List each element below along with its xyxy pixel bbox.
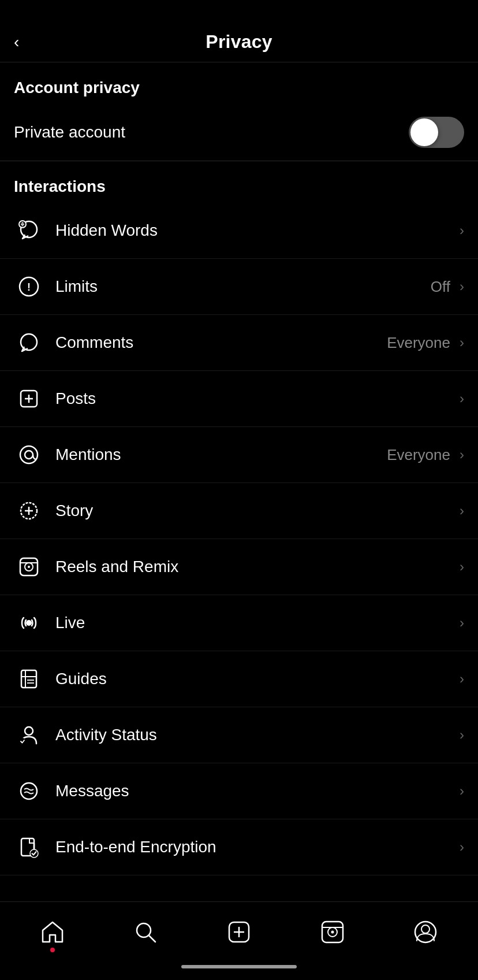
- comments-value: Everyone: [387, 334, 450, 352]
- e2e-encryption-chevron: ›: [460, 839, 464, 855]
- hidden-words-icon: [14, 216, 44, 246]
- private-account-toggle[interactable]: [409, 117, 464, 148]
- guides-chevron: ›: [460, 671, 464, 687]
- limits-chevron: ›: [460, 279, 464, 295]
- nav-search[interactable]: [99, 919, 193, 945]
- limits-icon: !: [14, 272, 44, 302]
- bottom-navigation: [0, 901, 478, 959]
- guides-label: Guides: [55, 670, 456, 688]
- svg-point-18: [28, 566, 30, 568]
- home-indicator-bar: [181, 965, 297, 968]
- limits-value: Off: [431, 278, 450, 296]
- story-chevron: ›: [460, 503, 464, 519]
- home-notification-dot: [50, 948, 55, 952]
- reels-remix-label: Reels and Remix: [55, 558, 456, 576]
- svg-line-32: [149, 936, 155, 942]
- comments-row[interactable]: Comments Everyone ›: [0, 315, 478, 371]
- activity-status-icon: [14, 720, 44, 750]
- toggle-knob: [410, 118, 438, 146]
- svg-rect-21: [21, 670, 36, 688]
- svg-point-20: [26, 620, 32, 626]
- private-account-row: Private account: [0, 104, 478, 161]
- encryption-icon: [14, 832, 44, 862]
- nav-home[interactable]: [6, 919, 99, 945]
- reels-remix-row[interactable]: Reels and Remix ›: [0, 539, 478, 595]
- activity-status-chevron: ›: [460, 727, 464, 743]
- interactions-label: Interactions: [0, 161, 478, 203]
- svg-point-27: [19, 738, 26, 745]
- page-title: Privacy: [206, 31, 272, 53]
- e2e-encryption-label: End-to-end Encryption: [55, 838, 456, 856]
- svg-point-38: [331, 930, 334, 933]
- svg-point-41: [421, 925, 430, 933]
- mentions-row[interactable]: Mentions Everyone ›: [0, 427, 478, 483]
- reels-remix-chevron: ›: [460, 559, 464, 575]
- hidden-words-chevron: ›: [460, 222, 464, 239]
- home-indicator: [0, 959, 478, 980]
- hidden-words-label: Hidden Words: [55, 221, 456, 240]
- comments-icon: [14, 328, 44, 358]
- svg-point-28: [21, 783, 37, 799]
- account-privacy-section: Account privacy Private account: [0, 62, 478, 161]
- story-label: Story: [55, 502, 456, 520]
- interactions-section: Interactions Hidden Words › ! Limi: [0, 161, 478, 875]
- live-label: Live: [55, 614, 456, 632]
- activity-status-label: Activity Status: [55, 726, 456, 744]
- messages-row[interactable]: Messages ›: [0, 763, 478, 819]
- story-row[interactable]: Story ›: [0, 483, 478, 539]
- guides-row[interactable]: Guides ›: [0, 651, 478, 707]
- reels-icon: [14, 552, 44, 582]
- posts-row[interactable]: Posts ›: [0, 371, 478, 427]
- limits-label: Limits: [55, 277, 431, 296]
- posts-label: Posts: [55, 389, 456, 408]
- nav-create[interactable]: [192, 919, 286, 945]
- svg-point-26: [25, 727, 33, 735]
- svg-text:!: !: [27, 281, 31, 293]
- comments-label: Comments: [55, 333, 387, 352]
- svg-point-11: [20, 446, 38, 463]
- messages-chevron: ›: [460, 783, 464, 799]
- hidden-words-row[interactable]: Hidden Words ›: [0, 203, 478, 259]
- live-chevron: ›: [460, 615, 464, 631]
- limits-row[interactable]: ! Limits Off ›: [0, 259, 478, 315]
- live-row[interactable]: Live ›: [0, 595, 478, 651]
- mentions-value: Everyone: [387, 446, 450, 464]
- comments-chevron: ›: [460, 335, 464, 351]
- guides-icon: [14, 664, 44, 694]
- posts-icon: [14, 384, 44, 414]
- activity-status-row[interactable]: Activity Status ›: [0, 707, 478, 763]
- e2e-encryption-row[interactable]: End-to-end Encryption ›: [0, 819, 478, 875]
- mentions-icon: [14, 440, 44, 470]
- messages-label: Messages: [55, 782, 456, 800]
- story-icon: [14, 496, 44, 526]
- header: ‹ Privacy: [0, 0, 478, 62]
- private-account-label: Private account: [14, 123, 409, 142]
- svg-point-12: [25, 451, 33, 459]
- nav-reels[interactable]: [286, 919, 379, 945]
- posts-chevron: ›: [460, 391, 464, 407]
- account-privacy-label: Account privacy: [0, 62, 478, 104]
- live-icon: [14, 608, 44, 638]
- mentions-chevron: ›: [460, 447, 464, 463]
- mentions-label: Mentions: [55, 446, 387, 464]
- messages-icon: [14, 776, 44, 806]
- nav-profile[interactable]: [379, 919, 472, 945]
- back-button[interactable]: ‹: [14, 33, 19, 51]
